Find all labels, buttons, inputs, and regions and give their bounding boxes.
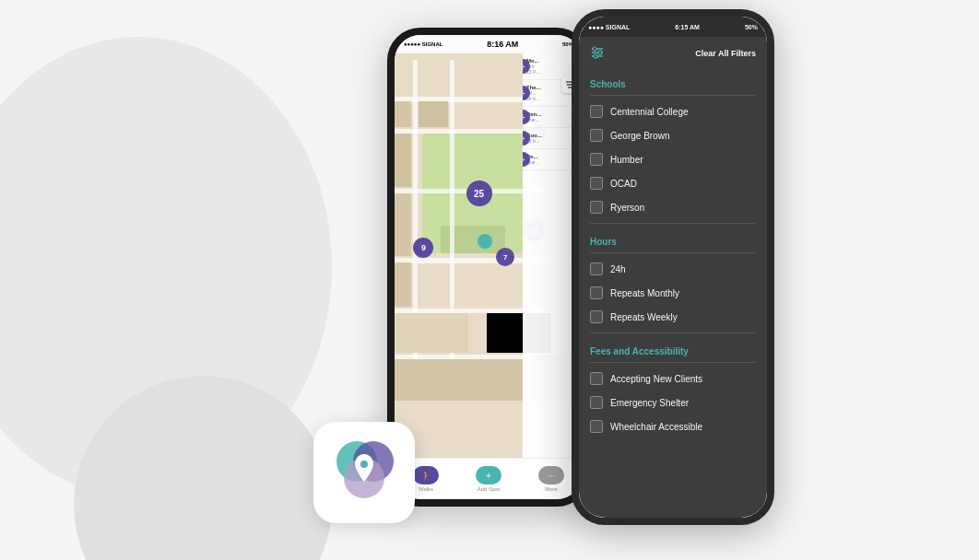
filter-wheelchair-accessible[interactable]: Wheelchair Accessible [590,414,756,438]
filter-battery: 50% [745,24,758,30]
filter-time: 6:15 AM [675,24,700,30]
repeats-monthly-label: Repeats Monthly [610,288,679,298]
svg-rect-17 [395,101,411,127]
repeats-weekly-label: Repeats Weekly [610,312,678,322]
svg-point-38 [593,47,596,51]
emergency-shelter-checkbox[interactable] [590,396,603,409]
phone-map: ●●●●● SIGNAL 8:16 AM 50% [387,28,590,507]
schools-section-title: Schools [590,70,756,96]
fees-divider [590,332,756,333]
filter-24h[interactable]: 24h [590,257,756,281]
filter-humber[interactable]: Humber [590,147,756,171]
humber-checkbox[interactable] [590,153,603,166]
filter-ryerson[interactable]: Ryerson [590,195,756,219]
wheelchair-accessible-label: Wheelchair Accessible [610,422,702,432]
fees-section-title: Fees and Accessibility [590,337,756,363]
walks-icon: 🚶 [413,466,439,484]
accepting-new-clients-checkbox[interactable] [590,372,603,385]
more-icon: ··· [538,466,564,484]
map-status-bar: ●●●●● SIGNAL 8:16 AM 50% [395,35,583,53]
filter-emergency-shelter[interactable]: Emergency Shelter [590,391,756,414]
filter-repeats-monthly[interactable]: Repeats Monthly [590,281,756,305]
ryerson-label: Ryerson [610,203,644,213]
svg-point-3 [360,461,368,468]
svg-point-40 [594,54,597,58]
phone-filter-inner: ●●●● SIGNAL 6:15 AM 50% Clear All Filter… [579,17,767,518]
svg-rect-25 [395,262,411,307]
repeats-monthly-checkbox[interactable] [590,286,603,299]
app-icon [313,422,415,523]
repeats-weekly-checkbox[interactable] [590,310,603,323]
filter-status-bar: ●●●● SIGNAL 6:15 AM 50% [579,17,767,37]
marker-9: 9 [413,238,433,258]
nav-walks[interactable]: 🚶 Walks [413,466,439,492]
george-brown-label: George Brown [610,131,669,141]
ocad-label: OCAD [610,179,637,189]
filter-accepting-new-clients[interactable]: Accepting New Clients [590,367,756,391]
george-brown-checkbox[interactable] [590,129,603,142]
filter-centennial-college[interactable]: Centennial College [590,99,756,123]
filter-repeats-weekly[interactable]: Repeats Weekly [590,305,756,329]
svg-rect-23 [395,193,411,256]
nav-add-spot[interactable]: + Add Spot [476,466,501,492]
signal-text: ●●●●● SIGNAL [404,41,442,47]
svg-rect-22 [395,134,411,187]
filter-header: Clear All Filters [579,37,767,70]
clear-all-button[interactable]: Clear All Filters [695,49,756,58]
filter-settings-icon[interactable] [590,45,605,63]
svg-point-39 [598,51,602,54]
ryerson-checkbox[interactable] [590,201,603,214]
filter-signal: ●●●● SIGNAL [588,24,630,30]
filter-ocad[interactable]: OCAD [590,171,756,195]
accepting-new-clients-label: Accepting New Clients [610,374,702,384]
nav-more[interactable]: ··· More [538,466,564,492]
filter-body: Schools Centennial College George Brown … [579,70,767,518]
marker-teal [478,234,492,249]
add-spot-label: Add Spot [478,486,501,492]
filter-george-brown[interactable]: George Brown [590,123,756,147]
marker-25: 25 [466,181,492,206]
wheelchair-accessible-checkbox[interactable] [590,420,603,433]
phone-filter: ●●●● SIGNAL 6:15 AM 50% Clear All Filter… [572,9,774,525]
24h-label: 24h [610,264,626,274]
ocad-checkbox[interactable] [590,177,603,190]
centennial-college-checkbox[interactable] [590,105,603,118]
more-label: More [545,486,558,492]
hours-section-title: Hours [590,228,756,253]
bottom-nav: 🚶 Walks + Add Spot ··· More [395,458,583,499]
svg-rect-18 [419,101,448,127]
24h-checkbox[interactable] [590,262,603,275]
walks-label: Walks [419,486,433,492]
centennial-college-label: Centennial College [610,107,689,117]
emergency-shelter-label: Emergency Shelter [610,398,689,408]
app-icon-svg [327,436,401,509]
hours-divider [590,223,756,224]
add-spot-icon: + [476,466,501,484]
time-text: 8:16 AM [487,40,518,49]
svg-rect-27 [395,313,468,353]
humber-label: Humber [610,155,643,165]
phone-map-inner: ●●●●● SIGNAL 8:16 AM 50% [395,35,583,499]
